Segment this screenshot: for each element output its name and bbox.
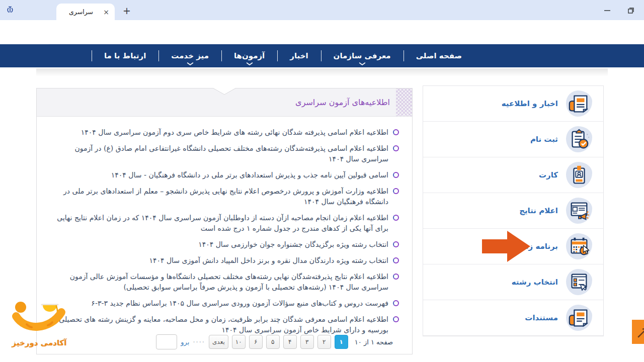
- announcement-text: انتخاب رشته ویژه دارندگان مدال نقره و بر…: [149, 256, 388, 264]
- nav-item[interactable]: اخبار: [277, 44, 320, 67]
- nav-item-label: صفحه اصلی: [416, 51, 462, 60]
- nav-item-label: میز خدمت: [171, 51, 209, 60]
- sidebar-item[interactable]: کارت: [423, 157, 603, 193]
- browser-window: سراسری × + sanjesh.org/fa-IR: [0, 0, 644, 362]
- decorative-pattern: [396, 88, 412, 116]
- announcement-link[interactable]: انتخاب رشته ویژه برگزیدگان جشنواره جوان …: [49, 239, 400, 250]
- bullet-ring-icon: [393, 300, 399, 306]
- sidebar-item[interactable]: اخبار و اطلاعیه: [423, 86, 603, 122]
- announcement-text: اسامی قبولین آیین نامه جذب و پذیرش استعد…: [111, 171, 388, 179]
- next-page-button[interactable]: بعدی: [209, 335, 228, 349]
- sidebar-item[interactable]: مستندات: [423, 300, 603, 336]
- page-title: اطلاعیه‌های آزمون سراسری: [295, 98, 390, 107]
- page-button[interactable]: ۵: [266, 335, 280, 349]
- nav-menu: صفحه اصلی معرفی سازمان اخبار آزمون‌ها: [92, 44, 474, 67]
- nav-item[interactable]: صفحه اصلی: [404, 44, 474, 67]
- bullet-ring-icon: [393, 145, 399, 151]
- clipboard-check-icon: [568, 128, 591, 151]
- announcements-panel: اطلاعیه‌های آزمون سراسری اطلاعیه اعلام ا…: [36, 88, 413, 354]
- panel-header: اطلاعیه‌های آزمون سراسری: [37, 88, 412, 117]
- announcement-text: اطلاعیه اعلام زمان انجام مصاحبه ازآن دست…: [57, 214, 388, 232]
- nav-item[interactable]: آزمون‌ها: [221, 44, 277, 67]
- tab-close-icon[interactable]: ×: [102, 8, 111, 17]
- pagination-status: صفحه ۱ از ۱۰: [355, 338, 393, 346]
- announcement-link[interactable]: اطلاعیه اعلام اسامی پذیرفته شدگان نهائی …: [49, 127, 400, 138]
- nav-item-label: اخبار: [290, 51, 308, 60]
- bullet-ring-icon: [393, 215, 399, 221]
- announcement-text: اطلاعیه اعلام اسامی معرفی شدگان چند براب…: [59, 315, 388, 334]
- icon-blob: [566, 305, 592, 331]
- browser-toolbar: sanjesh.org/fa-IR/sanjesh/4924/page/سراس…: [0, 20, 644, 44]
- page-button[interactable]: ۱۰: [232, 335, 246, 349]
- newspaper-icon: [568, 92, 591, 115]
- announcement-link[interactable]: اطلاعیه اعلام اسامی معرفی شدگان چند براب…: [49, 314, 400, 335]
- announcement-link[interactable]: اطلاعیه اعلام زمان انجام مصاحبه ازآن دست…: [49, 213, 400, 234]
- announcement-link[interactable]: فهرست دروس و کتاب‌های منبع سؤالات آزمون …: [49, 298, 400, 309]
- sidebar-item-label: کارت: [539, 170, 558, 179]
- icon-blob: [566, 269, 592, 295]
- sidebar-item-label: مستندات: [525, 313, 558, 322]
- announcement-link[interactable]: اطلاعیه وزارت آموزش و پرورش درخصوص اعلام…: [49, 186, 400, 207]
- bullet-ring-icon: [393, 241, 399, 247]
- mouse-cursor-icon: [583, 245, 590, 255]
- pagination-ellipsis: ····: [193, 338, 205, 346]
- bullet-ring-icon: [393, 257, 399, 263]
- announcement-link[interactable]: انتخاب رشته ویژه دارندگان مدال نقره و بر…: [49, 255, 400, 266]
- arrow-up-icon: [636, 324, 644, 339]
- bullet-ring-icon: [393, 188, 399, 194]
- page-button[interactable]: ۳: [300, 335, 314, 349]
- go-to-page-label[interactable]: برو: [181, 338, 189, 346]
- sidebar-item-label: اعلام نتایج: [519, 206, 558, 215]
- announcement-text: فهرست دروس و کتاب‌های منبع سؤالات آزمون …: [91, 299, 388, 307]
- nav-item-label: ارتباط با ما: [104, 51, 146, 60]
- icon-blob: [566, 162, 592, 188]
- iran-emblem-icon[interactable]: [5, 5, 15, 16]
- bullet-ring-icon: [393, 172, 399, 178]
- page-button[interactable]: ۴: [283, 335, 297, 349]
- page-button[interactable]: ۶: [249, 335, 263, 349]
- icon-blob: [566, 126, 592, 152]
- nav-item[interactable]: معرفی سازمان: [321, 44, 404, 67]
- sidebar-item-label: ثبت نام: [530, 135, 558, 144]
- nav-item-label: معرفی سازمان: [334, 51, 391, 60]
- id-card-icon: [568, 163, 591, 187]
- chevron-down-icon: [187, 62, 193, 65]
- restore-icon[interactable]: [626, 6, 635, 15]
- nav-item-label: آزمون‌ها: [234, 51, 265, 60]
- sidebar-item[interactable]: اعلام نتایج: [423, 193, 603, 229]
- go-to-page-input[interactable]: [156, 334, 177, 349]
- announcement-text: اطلاعیه اعلام اسامی پذیرفته شدگان نهائی …: [81, 128, 388, 136]
- tab-title: سراسری: [60, 8, 102, 16]
- announcement-link[interactable]: اطلاعیه اعلام اسامی پذیرفته‌شدگان رشته‌ه…: [49, 143, 400, 164]
- sidebar-item-label: انتخاب رشته: [512, 278, 558, 287]
- announcement-text: اطلاعیه وزارت آموزش و پرورش درخصوص اعلام…: [63, 187, 388, 206]
- chevron-down-icon: [359, 62, 365, 65]
- annotation-arrow-icon: [482, 231, 530, 262]
- announcement-text: انتخاب رشته ویژه برگزیدگان جشنواره جوان …: [198, 240, 388, 248]
- site-navbar: صفحه اصلی معرفی سازمان اخبار آزمون‌ها: [0, 44, 644, 67]
- field-selection-icon: [568, 270, 591, 294]
- sidebar-item[interactable]: انتخاب رشته: [423, 264, 603, 300]
- pagination: صفحه ۱ از ۱۰ ۱ ۲ ۳ ۴ ۵ ۶ ۱۰ بعدی ···· بر…: [156, 334, 393, 349]
- icon-blob: [566, 90, 592, 117]
- nav-item[interactable]: میز خدمت: [158, 44, 221, 67]
- bullet-ring-icon: [393, 129, 399, 135]
- sidebar-item[interactable]: ثبت نام: [423, 122, 603, 157]
- announcement-link[interactable]: اسامی قبولین آیین نامه جذب و پذیرش استعد…: [49, 170, 400, 180]
- new-tab-button[interactable]: +: [121, 5, 133, 17]
- browser-titlebar: سراسری × +: [0, 0, 644, 20]
- announcement-text: اطلاعیه اعلام نتایج پذیرفته‌شدگان نهایی …: [70, 273, 388, 291]
- browser-tab[interactable]: سراسری ×: [56, 4, 115, 20]
- page-button[interactable]: ۱: [335, 335, 348, 349]
- chevron-down-icon: [246, 62, 253, 65]
- icon-blob: [566, 198, 592, 224]
- scroll-top-button[interactable]: [632, 320, 644, 344]
- announcement-list: اطلاعیه اعلام اسامی پذیرفته شدگان نهائی …: [37, 117, 412, 335]
- minimize-icon[interactable]: [603, 6, 612, 15]
- page-button[interactable]: ۲: [317, 335, 331, 349]
- sidebar-item-label: اخبار و اطلاعیه: [502, 99, 558, 108]
- nav-item[interactable]: ارتباط با ما: [92, 44, 158, 67]
- announcement-link[interactable]: اطلاعیه اعلام نتایج پذیرفته‌شدگان نهایی …: [49, 272, 400, 293]
- results-icon: [568, 199, 591, 222]
- banner-remnant: [36, 68, 608, 76]
